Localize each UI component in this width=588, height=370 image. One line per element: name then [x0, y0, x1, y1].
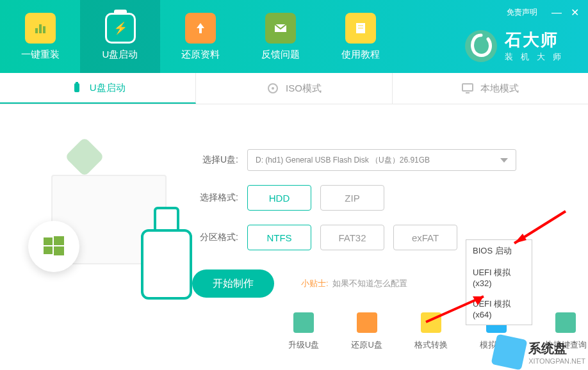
tip-label: 小贴士:: [301, 278, 329, 289]
svg-rect-0: [35, 28, 38, 33]
watermark-title: 系统盘: [528, 340, 585, 357]
annotation-arrow-2: [423, 290, 493, 328]
usb-illustration: [26, 124, 179, 303]
annotation-arrow-1: [505, 208, 569, 253]
svg-rect-14: [54, 236, 64, 245]
tool-upgrade-usb[interactable]: 升级U盘: [288, 312, 319, 351]
tool-label: 还原U盘: [351, 339, 382, 351]
nav-restore[interactable]: 还原资料: [160, 0, 240, 73]
nav-tutorial[interactable]: 使用教程: [320, 0, 400, 73]
monitor-icon: [461, 82, 474, 95]
nav-label: 一键重装: [21, 49, 60, 61]
svg-rect-1: [39, 24, 42, 33]
iso-icon: [266, 82, 279, 95]
disclaimer-link[interactable]: 免责声明: [507, 7, 537, 18]
svg-rect-15: [44, 246, 53, 254]
windows-icon: [41, 234, 67, 259]
tab-local-mode[interactable]: 本地模式: [393, 73, 588, 104]
svg-point-10: [272, 87, 274, 90]
mode-tabs: U盘启动 ISO模式 本地模式: [0, 73, 588, 104]
brand: 石大师 装机大师: [465, 29, 569, 63]
nav-reinstall[interactable]: 一键重装: [0, 0, 80, 73]
tab-label: ISO模式: [286, 83, 322, 95]
format-option-hdd[interactable]: HDD: [247, 185, 311, 211]
usb-icon: [70, 81, 83, 94]
svg-marker-18: [514, 234, 527, 243]
tab-usb-boot[interactable]: U盘启动: [0, 73, 196, 104]
minimize-button[interactable]: —: [551, 7, 562, 19]
close-button[interactable]: ✕: [571, 6, 579, 19]
usb-shield-icon: ⚡: [105, 13, 136, 44]
tool-label: 升级U盘: [288, 339, 319, 351]
chevron-down-icon: [500, 158, 508, 163]
book-icon: [345, 13, 376, 44]
restore-usb-icon: [357, 312, 377, 333]
watermark-logo-icon: [491, 334, 528, 370]
windows-badge: [28, 221, 79, 272]
tab-label: 本地模式: [480, 83, 519, 95]
main-nav: 一键重装 ⚡ U盘启动 还原资料 反馈问题 使用教程: [0, 0, 400, 73]
start-create-button[interactable]: 开始制作: [192, 269, 274, 298]
watermark-sub: XITONGPAN.NET: [528, 357, 585, 365]
usb-select-label: 选择U盘:: [192, 154, 238, 166]
mail-icon: [265, 13, 296, 44]
svg-rect-16: [54, 246, 64, 255]
usb-select-dropdown[interactable]: D: (hd1) General USB Flash Disk （U盘）26.9…: [247, 149, 516, 171]
app-header: 免责声明 — ✕ 一键重装 ⚡ U盘启动 还原资料 反馈问题: [0, 0, 588, 73]
svg-rect-2: [43, 26, 45, 33]
dropdown-value: D: (hd1) General USB Flash Disk （U盘）26.9…: [256, 155, 430, 166]
brand-subtitle: 装机大师: [505, 51, 569, 63]
format-label: 选择格式:: [192, 192, 238, 204]
svg-rect-8: [76, 82, 78, 84]
nav-label: U盘启动: [102, 49, 138, 61]
nav-label: 反馈问题: [261, 49, 300, 61]
nav-usb-boot[interactable]: ⚡ U盘启动: [80, 0, 160, 73]
brand-title: 石大师: [505, 29, 569, 51]
nav-label: 还原资料: [181, 49, 220, 61]
svg-rect-11: [462, 84, 473, 91]
partition-option-exfat[interactable]: exFAT: [393, 225, 457, 250]
tab-label: U盘启动: [90, 82, 126, 94]
window-controls: 免责声明 — ✕: [507, 6, 579, 19]
upgrade-usb-icon: [293, 312, 314, 333]
hotkey-icon: [555, 312, 576, 333]
restore-up-icon: [185, 13, 216, 44]
svg-rect-13: [44, 237, 53, 245]
partition-option-ntfs[interactable]: NTFS: [247, 225, 311, 250]
nav-label: 使用教程: [341, 49, 380, 61]
tip-text: 如果不知道怎么配置: [332, 278, 407, 289]
tab-iso-mode[interactable]: ISO模式: [196, 73, 392, 104]
nav-feedback[interactable]: 反馈问题: [240, 0, 320, 73]
tool-restore-usb[interactable]: 还原U盘: [351, 312, 382, 351]
partition-label: 分区格式:: [192, 232, 238, 243]
watermark: 系统盘 XITONGPAN.NET: [494, 337, 585, 367]
partition-option-fat32[interactable]: FAT32: [320, 225, 384, 250]
popup-item-uefi-x32[interactable]: UEFI 模拟(x32): [466, 262, 532, 293]
brand-logo-icon: [465, 30, 497, 62]
tool-label: 格式转换: [414, 339, 448, 351]
svg-rect-7: [74, 83, 79, 92]
bar-chart-icon: [25, 13, 56, 44]
format-option-zip[interactable]: ZIP: [320, 185, 384, 211]
